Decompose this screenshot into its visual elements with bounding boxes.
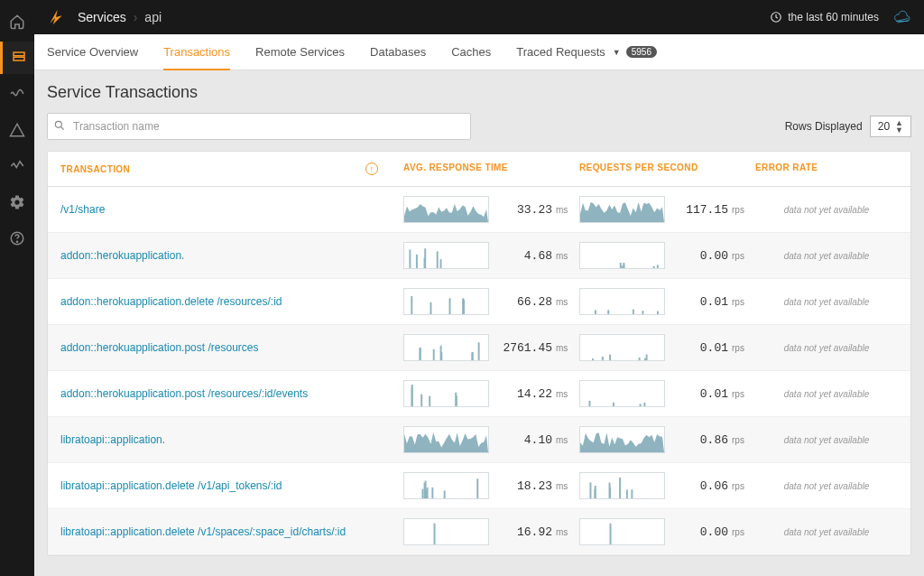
tab-remote-services[interactable]: Remote Services xyxy=(255,34,345,70)
response-time-sparkline xyxy=(403,380,489,407)
search-input[interactable] xyxy=(47,113,471,140)
svg-rect-59 xyxy=(431,488,433,498)
svg-rect-0 xyxy=(14,52,24,56)
svg-rect-16 xyxy=(657,265,659,268)
nav-services[interactable] xyxy=(0,42,34,74)
svg-rect-44 xyxy=(420,395,422,406)
response-time-sparkline xyxy=(403,518,489,545)
svg-rect-18 xyxy=(449,298,451,314)
svg-rect-1 xyxy=(14,57,24,60)
svg-rect-14 xyxy=(623,265,624,268)
nav-home[interactable] xyxy=(0,5,34,38)
chevron-down-icon: ▼ xyxy=(613,48,621,57)
svg-rect-32 xyxy=(471,352,473,360)
response-time-value: 4.68 xyxy=(496,249,552,263)
svg-rect-9 xyxy=(440,259,442,268)
transaction-link[interactable]: addon::herokuapplication.post /resources xyxy=(60,341,258,354)
svg-rect-67 xyxy=(609,483,611,498)
response-time-sparkline xyxy=(403,472,489,499)
transaction-link[interactable]: libratoapi::application.delete /v1/api_t… xyxy=(60,479,282,492)
svg-rect-68 xyxy=(434,524,436,544)
tab-bar: Service Overview Transactions Remote Ser… xyxy=(34,34,924,70)
rps-value: 117.15 xyxy=(672,203,728,217)
sort-arrows-icon: ▲▼ xyxy=(895,119,903,134)
svg-rect-57 xyxy=(426,490,428,498)
tab-traced-requests[interactable]: Traced Requests ▼ 5956 xyxy=(516,34,657,70)
error-rate-na: data not yet available xyxy=(784,389,870,399)
svg-rect-58 xyxy=(444,490,446,498)
transaction-link[interactable]: /v1/share xyxy=(60,203,105,216)
svg-rect-61 xyxy=(626,489,628,498)
svg-rect-11 xyxy=(424,258,426,268)
col-error-rate[interactable]: Error Rate xyxy=(743,152,910,186)
col-transaction[interactable]: Transaction ↑ xyxy=(48,152,391,186)
rps-sparkline xyxy=(579,334,665,361)
response-time-sparkline xyxy=(403,426,489,453)
tab-transactions[interactable]: Transactions xyxy=(163,34,230,70)
svg-rect-69 xyxy=(610,524,612,544)
table-row: addon::herokuapplication.post /resources… xyxy=(48,371,910,417)
rps-value: 0.00 xyxy=(672,249,728,263)
rps-sparkline xyxy=(579,288,665,315)
tab-overview[interactable]: Service Overview xyxy=(47,34,138,70)
breadcrumb-root[interactable]: Services xyxy=(78,10,126,24)
svg-rect-15 xyxy=(622,265,624,268)
error-rate-na: data not yet available xyxy=(784,251,870,261)
error-rate-na: data not yet available xyxy=(784,297,870,307)
side-nav xyxy=(0,0,34,576)
response-time-value: 66.28 xyxy=(496,295,552,309)
tab-databases[interactable]: Databases xyxy=(370,34,426,70)
svg-rect-24 xyxy=(633,310,634,314)
svg-rect-25 xyxy=(657,311,659,314)
error-rate-na: data not yet available xyxy=(784,527,870,537)
col-rps[interactable]: Requests Per Second xyxy=(567,152,743,186)
transaction-link[interactable]: addon::herokuapplication. xyxy=(60,249,184,262)
tab-caches[interactable]: Caches xyxy=(451,34,491,70)
nav-traces[interactable] xyxy=(0,78,34,110)
svg-rect-40 xyxy=(609,355,611,360)
nav-settings[interactable] xyxy=(0,186,34,218)
rows-displayed: Rows Displayed 20 ▲▼ xyxy=(785,116,911,137)
clock-icon xyxy=(770,11,782,23)
rps-value: 0.06 xyxy=(672,479,728,493)
svg-rect-8 xyxy=(437,251,439,268)
page-title: Service Transactions xyxy=(47,83,911,102)
svg-rect-17 xyxy=(653,266,655,268)
error-rate-na: data not yet available xyxy=(784,435,870,445)
sort-asc-icon: ↑ xyxy=(365,163,378,175)
svg-rect-62 xyxy=(631,489,633,498)
transaction-link[interactable]: libratoapi::application.delete /v1/space… xyxy=(60,525,346,538)
svg-rect-38 xyxy=(639,358,641,360)
nav-alerts[interactable] xyxy=(0,114,34,146)
rows-displayed-select[interactable]: 20 ▲▼ xyxy=(870,116,911,137)
nav-help[interactable] xyxy=(0,222,34,255)
transaction-link[interactable]: addon::herokuapplication.delete /resourc… xyxy=(60,295,282,308)
error-rate-na: data not yet available xyxy=(784,481,870,491)
rps-sparkline xyxy=(579,242,665,269)
table-row: libratoapi::application.delete /v1/space… xyxy=(48,509,910,555)
svg-rect-36 xyxy=(592,358,594,360)
response-time-value: 2761.45 xyxy=(496,341,552,355)
breadcrumb-current: api xyxy=(144,10,162,24)
transaction-link[interactable]: addon::herokuapplication.post /resources… xyxy=(60,387,308,400)
svg-rect-43 xyxy=(455,393,457,406)
svg-rect-26 xyxy=(595,310,596,314)
nav-metrics[interactable] xyxy=(0,150,34,182)
svg-rect-12 xyxy=(620,263,622,268)
rps-sparkline xyxy=(579,196,665,223)
table-row: addon::herokuapplication.post /resources… xyxy=(48,325,910,371)
cloud-status-icon[interactable] xyxy=(892,9,911,25)
col-response-time[interactable]: Avg. Response Time xyxy=(391,152,567,186)
transaction-link[interactable]: libratoapi::application. xyxy=(60,433,165,446)
rps-value: 0.86 xyxy=(672,433,728,447)
rows-displayed-label: Rows Displayed xyxy=(785,120,863,133)
svg-rect-39 xyxy=(646,355,648,360)
svg-rect-23 xyxy=(642,311,643,314)
svg-rect-50 xyxy=(588,401,590,406)
response-time-sparkline xyxy=(403,196,489,223)
rps-sparkline xyxy=(579,518,665,545)
time-range-picker[interactable]: the last 60 minutes xyxy=(770,11,879,23)
svg-rect-37 xyxy=(644,358,646,360)
svg-rect-19 xyxy=(430,302,431,314)
logo-icon xyxy=(47,8,65,26)
